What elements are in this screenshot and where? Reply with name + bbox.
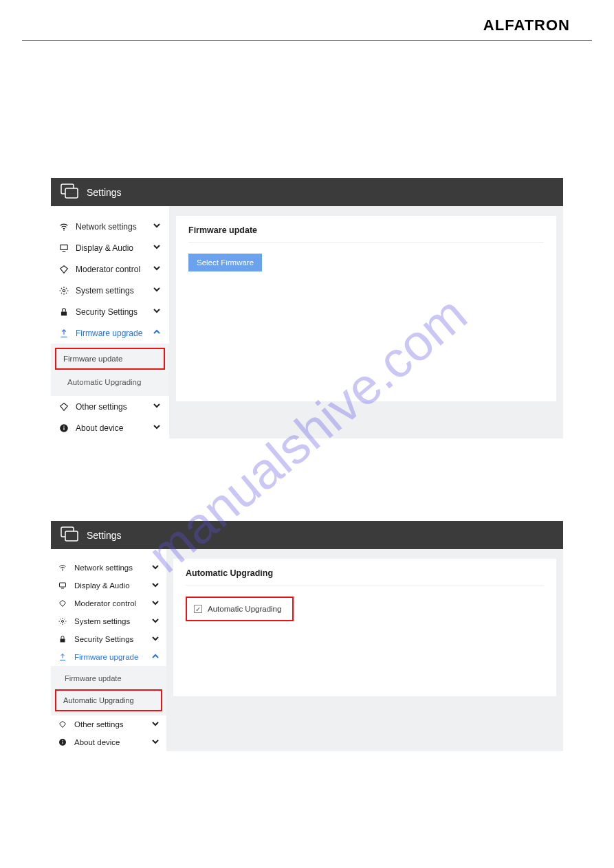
svg-rect-6 bbox=[61, 311, 67, 315]
sidebar-item-about-device[interactable]: About device bbox=[51, 417, 169, 438]
screenshot-header: Settings bbox=[51, 178, 563, 206]
content-card: Automatic Upgrading ✓ Automatic Upgradin… bbox=[173, 559, 556, 696]
layout: Network settings Display & Audio Moderat… bbox=[51, 206, 563, 438]
chevron-down-icon bbox=[151, 599, 160, 608]
gear-icon bbox=[58, 617, 67, 625]
diamond-icon bbox=[59, 402, 69, 412]
header-title: Settings bbox=[87, 530, 122, 541]
monitor-icon bbox=[59, 243, 69, 253]
layout: Network settings Display & Audio Moderat… bbox=[51, 549, 563, 751]
settings-icon bbox=[61, 526, 87, 544]
wifi-icon bbox=[58, 564, 67, 572]
svg-rect-13 bbox=[60, 583, 66, 587]
nav-label: Display & Audio bbox=[76, 243, 153, 253]
nav-label: Security Settings bbox=[76, 307, 153, 317]
sidebar-item-moderator-control[interactable]: Moderator control bbox=[51, 258, 169, 280]
chevron-down-icon bbox=[153, 307, 161, 317]
nav-label: Security Settings bbox=[74, 635, 151, 643]
checkbox-label: Automatic Upgrading bbox=[208, 605, 281, 613]
chevron-down-icon bbox=[151, 563, 160, 572]
content-title: Automatic Upgrading bbox=[186, 568, 544, 586]
subnav-item-automatic-upgrading[interactable]: Automatic Upgrading bbox=[55, 689, 162, 711]
sidebar-item-network-settings[interactable]: Network settings bbox=[51, 216, 169, 237]
content-title: Firmware update bbox=[188, 225, 544, 243]
select-firmware-button[interactable]: Select Firmware bbox=[188, 254, 262, 271]
gear-icon bbox=[59, 286, 69, 296]
nav-label: Moderator control bbox=[76, 265, 153, 274]
subnav-item-automatic-upgrading[interactable]: Automatic Upgrading bbox=[51, 371, 169, 393]
chevron-up-icon bbox=[153, 328, 161, 338]
sidebar-item-firmware-upgrade[interactable]: Firmware upgrade bbox=[51, 322, 169, 344]
sidebar-item-about-device[interactable]: About device bbox=[51, 733, 166, 751]
sidebar-item-display-audio[interactable]: Display & Audio bbox=[51, 577, 166, 594]
chevron-down-icon bbox=[151, 720, 160, 729]
checkbox-icon[interactable]: ✓ bbox=[194, 605, 202, 613]
nav-label: System settings bbox=[76, 286, 153, 296]
nav-label: Network settings bbox=[74, 564, 151, 572]
settings-icon bbox=[61, 183, 87, 201]
brand-logo: ALFATRON bbox=[483, 16, 570, 34]
sidebar: Network settings Display & Audio Moderat… bbox=[51, 549, 166, 751]
sidebar-item-network-settings[interactable]: Network settings bbox=[51, 559, 166, 577]
chevron-down-icon bbox=[151, 616, 160, 626]
diamond-icon bbox=[58, 599, 67, 608]
sidebar: Network settings Display & Audio Moderat… bbox=[51, 206, 169, 438]
chevron-down-icon bbox=[153, 264, 161, 274]
svg-point-15 bbox=[62, 621, 64, 623]
nav-label: Firmware upgrade bbox=[74, 653, 151, 661]
upload-icon bbox=[59, 329, 69, 338]
chevron-up-icon bbox=[151, 652, 160, 662]
svg-rect-9 bbox=[63, 425, 64, 426]
diamond-icon bbox=[59, 265, 69, 274]
automatic-upgrading-checkbox-row[interactable]: ✓ Automatic Upgrading bbox=[186, 597, 294, 621]
svg-rect-3 bbox=[61, 245, 68, 249]
svg-point-2 bbox=[63, 229, 65, 230]
chevron-down-icon bbox=[151, 581, 160, 590]
nav-label: About device bbox=[74, 738, 151, 746]
screenshot-header: Settings bbox=[51, 521, 563, 549]
subnav-item-firmware-update[interactable]: Firmware update bbox=[55, 348, 165, 370]
nav-label: About device bbox=[76, 423, 153, 433]
svg-rect-11 bbox=[65, 531, 78, 541]
sidebar-item-firmware-upgrade[interactable]: Firmware upgrade bbox=[51, 648, 166, 666]
info-icon bbox=[59, 423, 69, 433]
sidebar-item-system-settings[interactable]: System settings bbox=[51, 612, 166, 630]
sidebar-item-system-settings[interactable]: System settings bbox=[51, 280, 169, 301]
diamond-icon bbox=[58, 720, 67, 728]
nav-label: Other settings bbox=[74, 720, 151, 728]
svg-rect-16 bbox=[61, 639, 65, 643]
subnav-item-firmware-update[interactable]: Firmware update bbox=[51, 669, 166, 688]
nav-label: Network settings bbox=[76, 222, 153, 232]
page-header: ALFATRON bbox=[22, 0, 592, 41]
subnav-firmware: Firmware update Automatic Upgrading bbox=[51, 666, 166, 715]
sidebar-item-security-settings[interactable]: Security Settings bbox=[51, 630, 166, 648]
sidebar-item-moderator-control[interactable]: Moderator control bbox=[51, 594, 166, 612]
chevron-down-icon bbox=[153, 285, 161, 296]
svg-rect-18 bbox=[63, 742, 63, 744]
screenshot-panel-2: Settings Network settings Display & Audi… bbox=[51, 521, 563, 751]
nav-label: Display & Audio bbox=[74, 581, 151, 590]
monitor-icon bbox=[58, 581, 67, 590]
screenshot-panel-1: Settings Network settings Display & Audi… bbox=[51, 178, 563, 438]
svg-point-12 bbox=[62, 570, 63, 571]
svg-point-5 bbox=[63, 289, 65, 292]
sidebar-item-other-settings[interactable]: Other settings bbox=[51, 396, 169, 417]
sidebar-item-security-settings[interactable]: Security Settings bbox=[51, 301, 169, 322]
content-card: Firmware update Select Firmware bbox=[176, 216, 556, 401]
lock-icon bbox=[59, 307, 69, 317]
nav-label: System settings bbox=[74, 617, 151, 625]
content-area: Firmware update Select Firmware bbox=[169, 206, 563, 438]
chevron-down-icon bbox=[151, 634, 160, 644]
chevron-down-icon bbox=[153, 243, 161, 253]
subnav-firmware: Firmware update Automatic Upgrading bbox=[51, 344, 169, 396]
sidebar-item-display-audio[interactable]: Display & Audio bbox=[51, 237, 169, 258]
header-title: Settings bbox=[87, 187, 122, 198]
chevron-down-icon bbox=[153, 401, 161, 412]
svg-rect-19 bbox=[63, 740, 63, 741]
lock-icon bbox=[58, 635, 67, 643]
sidebar-item-other-settings[interactable]: Other settings bbox=[51, 715, 166, 733]
svg-rect-8 bbox=[63, 427, 64, 430]
nav-label: Other settings bbox=[76, 402, 153, 412]
chevron-down-icon bbox=[153, 423, 161, 433]
chevron-down-icon bbox=[153, 221, 161, 232]
